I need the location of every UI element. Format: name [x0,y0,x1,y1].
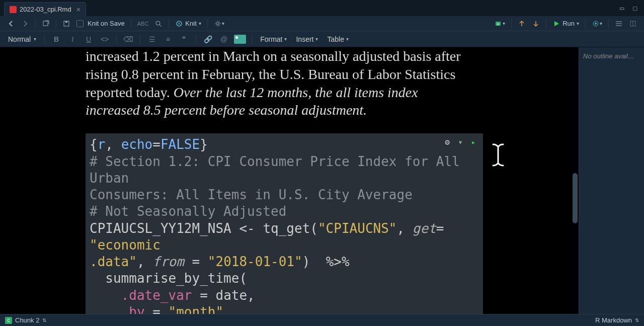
insert-chunk-icon: c [495,20,503,28]
svg-point-3 [156,21,160,25]
gear-icon [214,20,222,28]
settings-button[interactable]: ▾ [212,18,226,30]
outline-empty-label: No outline avail… [583,52,634,60]
outline-toggle-button[interactable] [613,18,625,30]
window-controls: ▭ ▢ [616,5,641,12]
format-menu[interactable]: Format ▾ [257,34,290,44]
knit-button[interactable]: Knit ▾ [173,18,203,30]
chevron-down-icon: ▾ [284,36,287,42]
clear-format-icon: ⌫ [123,35,133,43]
code-chunk[interactable]: ⚙ ▾ ▸ {r, echo=FALSE} # Section 1.2: CPI… [86,133,483,314]
save-button[interactable] [60,18,72,30]
insert-chunk-button[interactable]: c ▾ [493,18,507,30]
bold-button[interactable]: B [50,33,63,46]
table-menu[interactable]: Table ▾ [324,34,351,44]
arrow-up-icon [518,20,526,28]
run-button[interactable]: Run ▾ [550,18,581,30]
knit-label: Knit [185,20,196,27]
image-button[interactable] [233,33,247,46]
format-toolbar: Normal ▾ B I U <> ⌫ ☰ ≡ ❞ 🔗 @ Format ▾ I… [0,31,644,47]
citation-icon: @ [220,35,227,43]
status-bar: c Chunk 2 ⇅ R Markdown ⇅ [0,314,644,326]
go-previous-chunk-button[interactable] [516,18,528,30]
go-next-chunk-button[interactable] [530,18,542,30]
bullet-list-icon: ☰ [149,35,155,43]
forward-button[interactable] [19,18,31,30]
prose-line: rising 0.8 percent in February, the U.S.… [86,66,455,82]
chevron-down-icon: ▾ [503,21,505,26]
link-button[interactable]: 🔗 [201,33,214,46]
chunk-indicator[interactable]: Chunk 2 [15,316,39,324]
find-replace-button[interactable] [152,18,165,30]
minimize-pane-icon[interactable]: ▭ [616,5,628,12]
svg-text:c: c [497,22,499,26]
search-icon [154,20,163,28]
link-icon: 🔗 [204,35,212,43]
underline-button[interactable]: U [82,33,95,46]
back-button[interactable] [5,18,17,30]
paragraph-style-select[interactable]: Normal ▾ [5,34,39,44]
popout-icon [42,20,50,28]
close-tab-icon[interactable]: × [76,6,80,14]
visual-mode-button[interactable] [627,18,639,30]
rmd-file-icon [10,6,17,13]
chevron-icon[interactable]: ⇅ [42,317,46,323]
document-mode[interactable]: R Markdown [595,316,632,324]
svg-point-5 [216,22,219,25]
outline-icon [615,20,623,28]
run-icon [552,20,560,28]
blockquote-button[interactable]: ❞ [178,33,191,46]
prose-em: increased 8.5 percent before seasonal ad… [86,102,367,118]
clear-formatting-button[interactable]: ⌫ [122,33,135,46]
checkbox-icon [76,20,84,27]
numbered-list-button[interactable]: ≡ [162,33,175,46]
knit-icon [175,20,183,28]
chevron-icon[interactable]: ⇅ [635,317,639,323]
tab-filename: 2022-03_cpi.Rmd [20,6,71,13]
chevron-down-icon: ▾ [199,21,201,26]
svg-rect-2 [65,21,67,23]
publish-button[interactable]: ▾ [590,18,604,30]
chevron-down-icon: ▾ [600,21,602,26]
file-tab[interactable]: 2022-03_cpi.Rmd × [4,2,86,16]
image-icon [234,35,246,44]
run-above-button[interactable]: ▾ [456,137,465,147]
bold-icon: B [54,35,59,43]
bullet-list-button[interactable]: ☰ [145,33,158,46]
paragraph-style-label: Normal [8,35,31,43]
chunk-options-button[interactable]: ⚙ [443,137,452,147]
chevron-down-icon: ▾ [34,36,36,42]
maximize-pane-icon[interactable]: ▢ [629,5,641,12]
blockquote-icon: ❞ [182,35,186,43]
underline-icon: U [86,35,91,43]
code-icon: <> [101,35,109,43]
run-chunk-button[interactable]: ▸ [469,137,478,147]
svg-rect-0 [43,21,48,26]
scrollbar-thumb[interactable] [573,173,578,223]
spellcheck-button[interactable]: ABC [135,18,151,30]
knit-on-save-toggle[interactable]: Knit on Save [74,18,127,30]
prose-line: reported today. [86,85,174,100]
show-in-new-window-button[interactable] [40,18,52,30]
spellcheck-icon: ABC [137,21,149,27]
chunk-badge-icon: c [5,317,12,324]
italic-button[interactable]: I [66,33,79,46]
chunk-toolbar: ⚙ ▾ ▸ [443,137,478,147]
main-toolbar: Knit on Save ABC Knit ▾ ▾ c ▾ Run ▾ ▾ [0,16,644,31]
save-icon [62,20,70,28]
publish-icon [592,20,600,28]
prose-text[interactable]: increased 1.2 percent in March on a seas… [86,47,498,119]
numbered-list-icon: ≡ [166,35,170,43]
editor-pane[interactable]: increased 1.2 percent in March on a seas… [0,47,579,314]
main-area: increased 1.2 percent in March on a seas… [0,47,644,314]
chevron-down-icon: ▾ [577,21,579,26]
arrow-left-icon [7,20,15,28]
citation-button[interactable]: @ [217,33,230,46]
insert-menu[interactable]: Insert ▾ [293,34,321,44]
svg-point-9 [595,23,597,25]
outline-pane: No outline avail… [579,47,644,314]
insert-menu-label: Insert [296,35,313,43]
arrow-down-icon [532,20,540,28]
code-button[interactable]: <> [98,33,111,46]
knit-on-save-label: Knit on Save [88,20,125,27]
